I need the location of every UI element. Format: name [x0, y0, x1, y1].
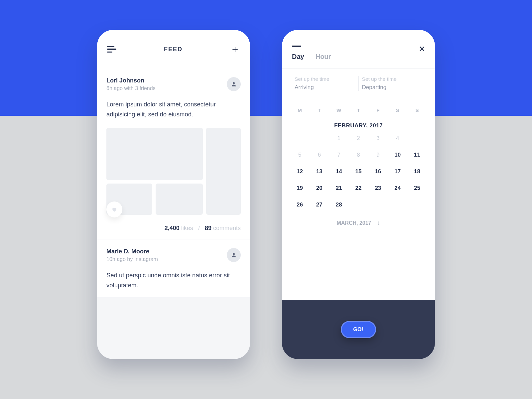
svg-point-0 [233, 82, 235, 84]
close-icon[interactable]: ✕ [419, 45, 425, 54]
menu-icon[interactable] [107, 46, 116, 53]
feed-header: FEED ＋ [97, 30, 250, 68]
calendar-day[interactable]: 25 [407, 185, 427, 192]
calendar-day[interactable]: 7 [329, 152, 349, 158]
calendar-day[interactable]: 20 [310, 185, 329, 192]
image-placeholder[interactable] [156, 184, 203, 215]
calendar-day[interactable]: 4 [388, 135, 407, 142]
weekday-label: M [290, 107, 310, 113]
calendar-day[interactable]: 2 [349, 135, 368, 142]
calendar-day[interactable]: 10 [388, 152, 407, 158]
calendar-screen: Day Hour ✕ Set up the time Arriving Set … [282, 30, 435, 359]
comments-count: 89 [205, 225, 211, 231]
post-body: Lorem ipsum dolor sit amet, consectetur … [106, 99, 241, 119]
departing-value: Departing [362, 84, 423, 91]
arriving-value: Arriving [295, 84, 355, 91]
calendar-day[interactable]: 6 [310, 152, 329, 158]
avatar[interactable] [227, 77, 241, 91]
calendar-day[interactable]: 27 [310, 201, 329, 208]
calendar-day[interactable]: 14 [329, 168, 349, 175]
post-body: Sed ut perspic unde omnis iste natus err… [106, 270, 241, 290]
add-post-icon[interactable]: ＋ [230, 44, 240, 54]
calendar-footer: GO! [282, 300, 435, 359]
image-placeholder[interactable] [106, 128, 203, 180]
calendar-day[interactable]: 1 [329, 135, 349, 142]
calendar-day[interactable]: 16 [368, 168, 388, 175]
post-author: Lori Johnson [106, 77, 156, 84]
page-title: FEED [164, 46, 183, 53]
likes-label: likes [181, 225, 193, 231]
arriving-label: Set up the time [295, 76, 355, 82]
comments-label: comments [213, 225, 241, 231]
feed-body: Lori Johnson 6h ago with 3 friends Lorem… [97, 68, 250, 359]
calendar-day[interactable]: 3 [368, 135, 388, 142]
tab-day[interactable]: Day [292, 46, 304, 61]
calendar-day[interactable]: 28 [329, 201, 349, 208]
calendar-day[interactable]: 18 [407, 168, 427, 175]
likes-count: 2,400 [165, 225, 180, 231]
stats-separator: / [198, 225, 200, 231]
weekday-label: T [349, 107, 368, 113]
heart-icon [111, 206, 117, 212]
calendar-day[interactable]: 26 [290, 201, 310, 208]
feed-screen: FEED ＋ Lori Johnson 6h ago with 3 friend… [97, 30, 250, 359]
arriving-field[interactable]: Set up the time Arriving [291, 76, 359, 91]
feed-post: Marie D. Moore 10h ago by Instagram Sed … [97, 239, 250, 297]
calendar-day[interactable]: 21 [329, 185, 349, 192]
departing-field[interactable]: Set up the time Departing [359, 76, 426, 91]
month-title: FEBRUARY, 2017 [290, 122, 427, 129]
calendar-day[interactable]: 9 [368, 152, 388, 158]
next-month[interactable]: MARCH, 2017 ↓ [290, 219, 427, 226]
like-button[interactable] [106, 201, 122, 217]
calendar-day[interactable]: 11 [407, 152, 427, 158]
chevron-down-icon: ↓ [377, 219, 380, 226]
tabs: Day Hour [292, 38, 425, 68]
calendar-day[interactable]: 17 [388, 168, 407, 175]
post-meta: 6h ago with 3 friends [106, 85, 156, 91]
weekday-label: S [388, 107, 407, 113]
calendar-day[interactable]: 23 [368, 185, 388, 192]
svg-point-1 [233, 253, 235, 255]
calendar-day[interactable]: 22 [349, 185, 368, 192]
post-meta: 10h ago by Instagram [106, 256, 158, 262]
weekday-label: F [368, 107, 388, 113]
calendar-day[interactable]: 19 [290, 185, 310, 192]
image-placeholder[interactable] [206, 128, 241, 215]
calendar-day[interactable]: 13 [310, 168, 329, 175]
post-author: Marie D. Moore [106, 248, 158, 255]
weekday-label: W [329, 107, 349, 113]
tab-hour[interactable]: Hour [316, 46, 331, 61]
calendar-header: Day Hour ✕ [282, 30, 435, 68]
time-selection: Set up the time Arriving Set up the time… [282, 68, 435, 98]
calendar-day[interactable]: 8 [349, 152, 368, 158]
calendar-day[interactable]: 15 [349, 168, 368, 175]
user-icon [231, 252, 237, 258]
go-button[interactable]: GO! [341, 321, 376, 338]
days-grid: 1234567891011121314151617181920212223242… [290, 135, 427, 208]
weekday-row: MTWTFSS [290, 107, 427, 113]
avatar[interactable] [227, 248, 241, 262]
next-month-label: MARCH, 2017 [336, 220, 371, 226]
calendar-body: MTWTFSS FEBRUARY, 2017 12345678910111213… [282, 98, 435, 300]
post-images [106, 128, 241, 215]
user-icon [231, 81, 237, 87]
departing-label: Set up the time [362, 76, 423, 82]
weekday-label: S [407, 107, 427, 113]
calendar-day[interactable]: 5 [290, 152, 310, 158]
post-stats: 2,400 likes / 89 comments [106, 225, 241, 232]
calendar-day[interactable]: 24 [388, 185, 407, 192]
feed-post: Lori Johnson 6h ago with 3 friends Lorem… [97, 68, 250, 239]
weekday-label: T [310, 107, 329, 113]
calendar-day[interactable]: 12 [290, 168, 310, 175]
